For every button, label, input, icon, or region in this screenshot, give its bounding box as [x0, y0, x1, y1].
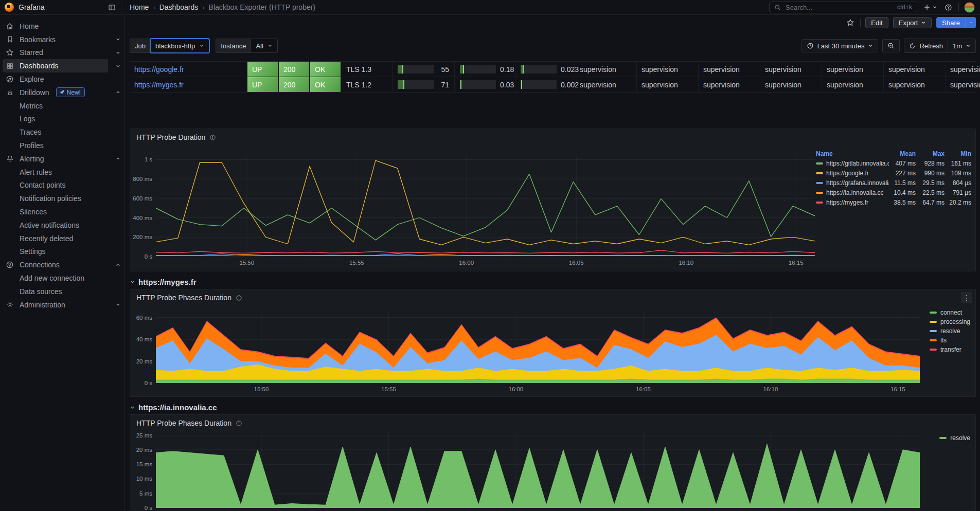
info-icon[interactable]: [209, 134, 216, 141]
export-button[interactable]: Export: [893, 17, 932, 28]
share-menu-caret-icon[interactable]: [966, 17, 976, 28]
legend-item-resolve[interactable]: resolve: [930, 326, 970, 336]
search-field[interactable]: [785, 3, 894, 12]
legend-header[interactable]: Max: [916, 150, 945, 157]
sidebar-item-drilldown[interactable]: DrilldownNew!: [0, 86, 124, 99]
sidebar-item-bookmarks[interactable]: Bookmarks: [0, 33, 124, 46]
y-axis-label: 0 s: [145, 380, 152, 386]
legend-row[interactable]: https://myges.fr38.5 ms64.7 ms20.2 ms: [816, 197, 971, 207]
add-new-button[interactable]: [922, 3, 938, 12]
x-axis-label: 16:00: [459, 260, 474, 266]
legend-item-processing[interactable]: processing: [930, 317, 970, 326]
http-probe-duration-chart[interactable]: 0 s200 ms400 ms600 ms800 ms1 s15:5015:55…: [156, 154, 815, 257]
phases-myges-chart[interactable]: 0 s20 ms40 ms60 ms15:5015:5516:0016:0516…: [156, 312, 920, 383]
chevron-down-icon: [966, 43, 971, 48]
star-dashboard-icon[interactable]: [845, 17, 856, 28]
sidebar-item-recently-deleted[interactable]: Recently deleted: [0, 232, 124, 245]
time-controls: Last 30 minutes Refresh 1m: [801, 39, 976, 53]
sidebar-item-label: Metrics: [20, 102, 43, 110]
legend-row[interactable]: https://grafana.innovalia.cc11.5 ms29.5 …: [816, 178, 971, 188]
breadcrumb-item[interactable]: Home: [130, 3, 149, 11]
sidebar-item-administration[interactable]: Administration: [0, 298, 124, 312]
chevron-up-icon[interactable]: [111, 89, 124, 95]
refresh-interval-select[interactable]: 1m: [948, 39, 975, 52]
search-input[interactable]: ctrl+k: [769, 2, 917, 13]
sidebar-item-add-new-connection[interactable]: Add new connection: [0, 271, 124, 285]
probe-url-link[interactable]: https://myges.fr: [130, 77, 247, 92]
phases-ia-chart[interactable]: 0 s5 ms10 ms15 ms20 ms25 ms15:5015:5516:…: [156, 432, 920, 508]
new-badge-label: New!: [67, 89, 81, 96]
sidebar-item-logs[interactable]: Logs: [0, 113, 124, 126]
legend-item-connect[interactable]: connect: [930, 308, 970, 317]
legend-value: 20.2 ms: [945, 199, 971, 206]
cell-supervision: supervision: [575, 77, 637, 92]
probe-url-link[interactable]: https://google.fr: [130, 62, 247, 77]
cell-gauge: 0.023: [515, 62, 575, 77]
sidebar-item-label: Settings: [20, 247, 46, 256]
legend-row[interactable]: https://gitlab.innovalia.cc407 ms928 ms1…: [816, 158, 971, 168]
panel-menu-button[interactable]: ⋮: [961, 292, 972, 303]
instance-select[interactable]: All: [251, 39, 277, 53]
sidebar-item-label: Notification policies: [20, 194, 81, 203]
sidebar-item-data-sources[interactable]: Data sources: [0, 285, 124, 298]
sidebar-item-contact-points[interactable]: Contact points: [0, 179, 124, 192]
chevron-down-icon[interactable]: [111, 302, 124, 307]
sidebar-item-explore[interactable]: Explore: [0, 72, 124, 86]
y-axis-label: 800 ms: [133, 176, 152, 182]
table-row: https://google.frUP200OKTLS 1.3550.180.0…: [130, 62, 976, 77]
row-header-ia[interactable]: https://ia.innovalia.cc: [130, 402, 976, 413]
legend-item-transfer[interactable]: transfer: [930, 345, 970, 354]
sidebar-item-alert-rules[interactable]: Alert rules: [0, 166, 124, 179]
dashboard-main: Edit Export Share Job blackbox-http Inst…: [126, 15, 980, 511]
chevron-down-icon[interactable]: [111, 63, 124, 69]
sidebar-item-alerting[interactable]: Alerting: [0, 152, 124, 166]
help-icon[interactable]: [943, 3, 953, 12]
breadcrumb-item[interactable]: Dashboards: [159, 3, 199, 11]
chevron-down-icon[interactable]: [111, 36, 124, 42]
refresh-button[interactable]: Refresh: [904, 39, 948, 52]
legend-header[interactable]: Min: [945, 150, 971, 157]
info-icon[interactable]: [236, 420, 242, 427]
chevron-up-icon[interactable]: [111, 156, 124, 161]
sidebar-item-connections[interactable]: Connections: [0, 258, 124, 271]
sidebar-item-settings[interactable]: Settings: [0, 245, 124, 259]
cell-supervision: supervision: [637, 77, 699, 92]
panel-phases-myges: HTTP Probe Phases Duration ⋮ 0 s20 ms40 …: [130, 289, 976, 397]
legend-item-label: connect: [940, 309, 962, 316]
sidebar-item-starred[interactable]: Starred: [0, 46, 124, 60]
panel-title: HTTP Probe Phases Duration: [130, 289, 975, 306]
series-swatch: [816, 162, 823, 165]
legend-header[interactable]: Name: [816, 150, 889, 157]
series-swatch: [930, 349, 937, 351]
legend-item-tls[interactable]: tls: [930, 336, 970, 345]
sidebar-item-notification-policies[interactable]: Notification policies: [0, 192, 124, 205]
legend-row[interactable]: https://google.fr227 ms990 ms109 ms: [816, 168, 971, 178]
cell-supervision: supervision: [699, 77, 760, 92]
legend-item-resolve[interactable]: resolve: [939, 433, 970, 443]
info-icon[interactable]: [236, 295, 242, 301]
share-button[interactable]: Share: [936, 17, 966, 28]
sidebar-item-metrics[interactable]: Metrics: [0, 99, 124, 113]
zoom-out-button[interactable]: [882, 39, 900, 52]
chevron-down-icon[interactable]: [111, 50, 124, 56]
grafana-logo-icon: [5, 3, 14, 12]
legend-value: 109 ms: [945, 170, 971, 177]
cell-status-ok: OK: [310, 77, 342, 92]
chevron-up-icon[interactable]: [111, 262, 124, 268]
sidebar-item-dashboards[interactable]: Dashboards: [0, 59, 124, 72]
legend-row[interactable]: https://ia.innovalia.cc10.4 ms22.5 ms791…: [816, 188, 971, 197]
legend-header[interactable]: Mean: [889, 150, 916, 157]
job-select[interactable]: blackbox-http: [150, 39, 209, 53]
row-title: https://ia.innovalia.cc: [138, 403, 217, 412]
divider: [860, 19, 861, 27]
edit-button[interactable]: Edit: [865, 17, 888, 28]
time-range-picker[interactable]: Last 30 minutes: [801, 39, 879, 52]
sidebar-item-profiles[interactable]: Profiles: [0, 139, 124, 152]
sidebar-item-traces[interactable]: Traces: [0, 125, 124, 139]
sidebar-item-silences[interactable]: Silences: [0, 205, 124, 218]
sidebar-item-active-notifications[interactable]: Active notifications: [0, 218, 124, 232]
mega-menu-toggle-icon[interactable]: [108, 4, 116, 11]
sidebar-item-home[interactable]: Home: [0, 20, 124, 33]
row-header-myges[interactable]: https://myges.fr: [130, 276, 976, 287]
user-avatar[interactable]: [964, 2, 975, 13]
